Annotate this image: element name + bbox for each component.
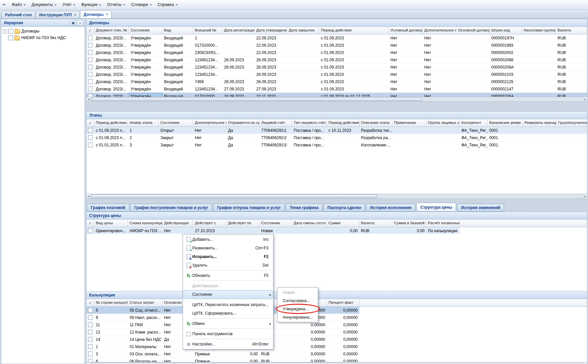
column-header[interactable]: Дополнительное с	[423, 27, 456, 34]
column-header[interactable]: Лицевой счёт	[260, 119, 292, 127]
column-header[interactable]: Период действия	[319, 27, 389, 34]
table-row[interactable]: с 01.09.2023 п...1ОткрытНетДа7706406291\…	[87, 127, 587, 134]
select-all-header[interactable]: ✓	[87, 27, 94, 34]
scroll-thumb[interactable]	[91, 194, 377, 198]
menu-item-edit[interactable]: ✎Исправить...F2	[184, 252, 272, 261]
column-header[interactable]: Сумма в базовой в	[392, 220, 426, 227]
column-header[interactable]: Грузополучатель	[557, 119, 587, 127]
column-header[interactable]: Тип лицевого счёт	[292, 119, 327, 127]
select-all-header[interactable]: ✓	[87, 119, 94, 127]
scroll-thumb[interactable]	[91, 97, 422, 101]
column-header[interactable]: Период действия л	[327, 119, 359, 127]
table-row[interactable]: Договор, 2023/...УтверждёнВходящий123451…	[87, 85, 587, 93]
column-header[interactable]: Дополнительное с	[193, 119, 226, 127]
menu-item-annulled[interactable]: Аннулирована...	[278, 313, 317, 321]
detail-tab-7[interactable]: История изменений	[457, 204, 504, 212]
column-header[interactable]: Отражается на су	[226, 119, 260, 127]
menu-item-approved[interactable]: Утверждена...	[278, 305, 317, 313]
menu-item-citk-form[interactable]: ЦИТК. Сформировать...	[184, 309, 272, 318]
row-checkbox[interactable]	[88, 35, 93, 40]
table-row[interactable]: Ориентировоч...НИОКР по ГОЗ ...Нет27.10.…	[87, 227, 460, 234]
column-header[interactable]: Описание этапа	[359, 119, 392, 127]
row-checkbox[interactable]	[88, 315, 93, 320]
column-header[interactable]: Сумма	[327, 220, 359, 227]
column-header[interactable]: № строки калькул	[94, 299, 128, 306]
column-header[interactable]: Дата смены состо	[292, 220, 327, 227]
scroll-left-arrow[interactable]: ◄	[87, 97, 91, 101]
column-header[interactable]: Основной договор	[456, 27, 490, 34]
row-checkbox[interactable]	[88, 330, 93, 335]
table-row[interactable]: Договор, 2023/...УтверждёнВходящий123451…	[87, 64, 587, 71]
menubar-item-5[interactable]: Словари	[128, 1, 155, 8]
row-checkbox[interactable]	[88, 142, 93, 147]
menu-item-add[interactable]: +Добавить...Ins	[184, 235, 272, 244]
column-header[interactable]: Схема калькуляци	[128, 220, 162, 227]
table-row[interactable]: Договор, 2023/...УтверждёнВходящий017310…	[87, 42, 587, 49]
select-all-header[interactable]: ✓	[87, 220, 94, 227]
tree-item-1[interactable]: НИОКР по ГОЗ без НДС	[1, 34, 85, 41]
menubar-item-2[interactable]: Учёт	[60, 1, 78, 8]
table-row[interactable]: с 01.09.2023 п...2ЗакрытНетДа7706406291\…	[87, 134, 587, 141]
tree-checkbox[interactable]	[8, 35, 13, 40]
column-header[interactable]: Штрих-код	[490, 27, 522, 34]
column-header[interactable]: Группа лицевых сч	[426, 119, 460, 127]
column-header[interactable]: Банковские рекви	[488, 119, 523, 127]
detail-tab-6[interactable]: Структура цены	[416, 203, 456, 212]
row-checkbox[interactable]	[88, 43, 93, 48]
column-header[interactable]: Номер этапа	[128, 119, 159, 127]
table-row[interactable]: Договор, 2023/...УтверждёнВходящий123451…	[87, 56, 587, 64]
document-tab-1[interactable]: Инструкции ПУП×	[36, 11, 80, 18]
column-header[interactable]: Контрагент	[460, 119, 488, 127]
menu-item-delete[interactable]: ✗УдалитьDel	[184, 261, 272, 270]
column-header[interactable]: Период действия..	[94, 119, 128, 127]
column-header[interactable]: Вид	[162, 27, 193, 34]
menu-item-toolbar-panel[interactable]: Панель инструментов	[184, 330, 272, 338]
detail-tab-5[interactable]: История исполнения	[366, 204, 415, 212]
row-checkbox[interactable]	[88, 351, 93, 356]
menu-item-agreed[interactable]: Согласована...	[278, 296, 317, 305]
document-tab-0[interactable]: Рабочий стол	[2, 11, 35, 18]
column-header[interactable]: Расчёт косвенных	[426, 220, 460, 227]
menu-item-citk-recalc[interactable]: ЦИТК. Пересчитать косвенные затраты...	[184, 300, 272, 309]
column-header[interactable]: Дата закрытия	[287, 27, 319, 34]
column-header[interactable]: Условный договор	[389, 27, 423, 34]
expander-icon[interactable]: −	[3, 29, 7, 33]
scroll-thumb[interactable]	[91, 363, 342, 364]
row-checkbox[interactable]	[88, 65, 93, 70]
row-checkbox[interactable]	[88, 359, 93, 362]
column-header[interactable]: Статья затрат	[128, 299, 162, 306]
column-header[interactable]: Состояние	[159, 119, 193, 127]
row-checkbox[interactable]	[88, 228, 93, 233]
scroll-left-arrow[interactable]: ◄	[87, 194, 91, 198]
menubar-item-3[interactable]: Функции	[78, 1, 104, 8]
row-checkbox[interactable]	[88, 57, 93, 62]
detail-tab-2[interactable]: График отпуска товаров и услуг	[213, 204, 285, 212]
column-header[interactable]: Состояние	[260, 220, 292, 227]
close-icon[interactable]: ×	[74, 13, 76, 17]
column-header[interactable]: Валюта	[556, 27, 587, 34]
table-row[interactable]: 606 Расходы на ...НетПрямые0,00RUB0,0000…	[87, 358, 359, 362]
column-header[interactable]: Документ (тип, №	[94, 27, 129, 34]
row-checkbox[interactable]	[88, 337, 93, 342]
column-header[interactable]: Действует по	[226, 220, 260, 227]
column-header[interactable]: Процент факт	[327, 299, 359, 306]
scroll-right-arrow[interactable]: ►	[583, 194, 587, 198]
row-checkbox[interactable]	[88, 308, 93, 313]
column-header[interactable]: Действующая	[162, 220, 193, 227]
select-all-header[interactable]: ✓	[87, 299, 94, 306]
detail-tab-0[interactable]: График платежей	[87, 204, 129, 212]
row-checkbox[interactable]	[88, 86, 93, 91]
hierarchy-view-button[interactable]: ▤	[70, 20, 76, 26]
menu-item-exchange[interactable]: ↻Обмен▸	[184, 319, 272, 328]
column-header[interactable]: Примечание	[392, 119, 426, 127]
column-header[interactable]: Валюта	[359, 220, 392, 227]
menubar-item-4[interactable]: Отчёты	[104, 1, 128, 8]
detail-tab-1[interactable]: График поступления товаров и услуг	[130, 204, 212, 212]
row-checkbox[interactable]	[88, 72, 93, 77]
column-header[interactable]: Вид цены	[94, 220, 128, 227]
detail-tab-3[interactable]: Точки графика	[286, 204, 323, 212]
scroll-right-arrow[interactable]: ►	[583, 362, 587, 364]
row-checkbox[interactable]	[88, 344, 93, 349]
table-row[interactable]: Договор, 2023/...УтверждёнВходящий123451…	[87, 71, 587, 78]
row-checkbox[interactable]	[88, 135, 93, 140]
